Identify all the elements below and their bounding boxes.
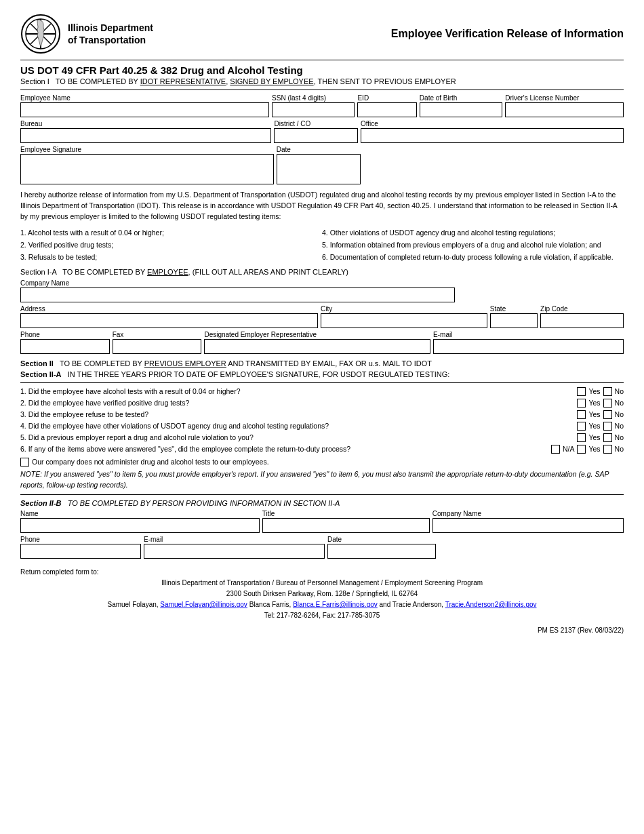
dob-field[interactable] <box>420 102 502 117</box>
iib-title-field[interactable] <box>262 518 430 533</box>
q1-yes-checkbox[interactable] <box>577 387 586 396</box>
eid-label: EID <box>357 94 416 102</box>
zip-field[interactable] <box>540 313 624 328</box>
iib-name-row: Name Title Company Name <box>20 510 624 533</box>
iib-phone-field[interactable] <box>20 544 141 559</box>
iib-email-group: E-mail <box>144 536 325 559</box>
ia-rep-field[interactable] <box>204 339 430 354</box>
iib-email-field[interactable] <box>144 544 325 559</box>
address-row: Address City State Zip Code <box>20 305 624 328</box>
district-field[interactable] <box>274 128 357 143</box>
employee-info-row: Employee Name SSN (last 4 digits) EID Da… <box>20 94 624 117</box>
ia-fax-label: Fax <box>113 331 202 338</box>
company-name-label: Company Name <box>20 279 455 287</box>
bureau-row: Bureau District / CO Office <box>20 120 624 143</box>
q3-no-checkbox[interactable] <box>603 410 612 419</box>
office-field[interactable] <box>361 128 624 143</box>
company-name-field[interactable] <box>20 287 455 302</box>
q3-yes-label: Yes <box>588 410 600 418</box>
section-i-idot-rep: IDOT REPRESENTATIVE <box>140 77 226 85</box>
ia-email-field[interactable] <box>433 339 624 354</box>
iib-company-field[interactable] <box>432 518 624 533</box>
no-administer-text: Our company does not administer drug and… <box>32 458 269 466</box>
section-ia-employee: EMPLOYEE <box>147 268 188 276</box>
iib-title-label: Title <box>262 510 430 517</box>
question-6-row: 6. If any of the items above were answer… <box>20 445 624 454</box>
ia-phone-field[interactable] <box>20 339 110 354</box>
question-3-row: 3. Did the employee refuse to be tested?… <box>20 410 624 419</box>
email-tracie[interactable]: Tracie.Anderson2@illinois.gov <box>445 601 537 608</box>
city-field[interactable] <box>321 313 487 328</box>
ia-email-label: E-mail <box>433 331 624 338</box>
ia-phone-label: Phone <box>20 331 110 338</box>
section-i-signed: SIGNED BY EMPLOYEE <box>230 77 313 85</box>
eid-field[interactable] <box>357 102 416 117</box>
q5-yes-checkbox[interactable] <box>577 433 586 442</box>
q4-yes-checkbox[interactable] <box>577 422 586 431</box>
authorization-text: I hereby authorize release of informatio… <box>20 190 624 222</box>
q2-no-checkbox[interactable] <box>603 399 612 408</box>
email-blanca[interactable]: Blanca.E.Farris@illinois.gov <box>293 601 378 608</box>
iib-name-field[interactable] <box>20 518 260 533</box>
date-field[interactable] <box>277 154 361 184</box>
question-2-text: 2. Did the employee have verified positi… <box>20 399 189 407</box>
iib-phone-label: Phone <box>20 536 141 543</box>
eid-group: EID <box>357 94 416 117</box>
drivers-license-field[interactable] <box>505 102 624 117</box>
iib-date-group: Date <box>327 536 436 559</box>
q5-yes-label: Yes <box>588 433 600 441</box>
section-i-top-divider <box>20 90 624 90</box>
return-tracie-post: and Tracie Anderson, <box>378 601 445 608</box>
q2-no-label: No <box>615 399 624 407</box>
iib-date-field[interactable] <box>327 544 436 559</box>
emp-signature-field[interactable] <box>20 154 274 184</box>
logo-area: Illinois Department of Transportation <box>20 14 153 54</box>
q3-yes-checkbox[interactable] <box>577 410 586 419</box>
q1-no-checkbox[interactable] <box>603 387 612 396</box>
question-1-controls: Yes No <box>577 387 624 396</box>
question-4-controls: Yes No <box>577 422 624 431</box>
return-label: Return completed form to: <box>20 567 624 578</box>
signature-row: Employee Signature Date <box>20 146 624 184</box>
company-name-row: Company Name <box>20 279 624 302</box>
section-iia-label: Section II-A <box>20 370 62 378</box>
ia-rep-label: Designated Employer Representative <box>204 331 430 338</box>
ia-fax-field[interactable] <box>113 339 202 354</box>
address-field[interactable] <box>20 313 318 328</box>
ia-rep-group: Designated Employer Representative <box>204 331 430 354</box>
question-6-controls: N/A Yes No <box>551 445 624 454</box>
section-ii-label: Section II <box>20 359 54 368</box>
q6-na-checkbox[interactable] <box>551 445 560 454</box>
q5-no-checkbox[interactable] <box>603 433 612 442</box>
bureau-group: Bureau <box>20 120 271 143</box>
email-samuel[interactable]: Samuel.Folayan@illinois.gov <box>160 601 247 608</box>
return-line1: Illinois Department of Transportation / … <box>20 578 624 589</box>
question-1-text: 1. Did the employee have alcohol tests w… <box>20 387 241 395</box>
ia-fax-group: Fax <box>113 331 202 354</box>
q6-no-checkbox[interactable] <box>603 445 612 454</box>
q6-na-label: N/A <box>563 445 575 453</box>
iib-title-group: Title <box>262 510 430 533</box>
bureau-label: Bureau <box>20 120 271 127</box>
q6-yes-checkbox[interactable] <box>577 445 586 454</box>
q3-no-label: No <box>615 410 624 418</box>
drivers-license-group: Driver's License Number <box>505 94 624 117</box>
question-5-controls: Yes No <box>577 433 624 442</box>
page-header: Illinois Department of Transportation Em… <box>20 14 624 54</box>
q6-yes-label: Yes <box>588 445 600 453</box>
iib-divider <box>20 494 624 495</box>
question-2-controls: Yes No <box>577 399 624 408</box>
state-field[interactable] <box>490 313 538 328</box>
employee-name-field[interactable] <box>20 102 269 117</box>
office-label: Office <box>361 120 624 127</box>
city-group: City <box>321 305 487 328</box>
no-administer-checkbox[interactable] <box>20 458 29 466</box>
q2-yes-checkbox[interactable] <box>577 399 586 408</box>
ssn-field[interactable] <box>272 102 355 117</box>
q4-no-checkbox[interactable] <box>603 422 612 431</box>
iib-name-group: Name <box>20 510 260 533</box>
section-ia-header: Section I-A TO BE COMPLETED BY EMPLOYEE,… <box>20 268 624 276</box>
bureau-field[interactable] <box>20 128 271 143</box>
form-number: PM ES 2137 (Rev. 08/03/22) <box>20 627 624 634</box>
iib-email-label: E-mail <box>144 536 325 543</box>
